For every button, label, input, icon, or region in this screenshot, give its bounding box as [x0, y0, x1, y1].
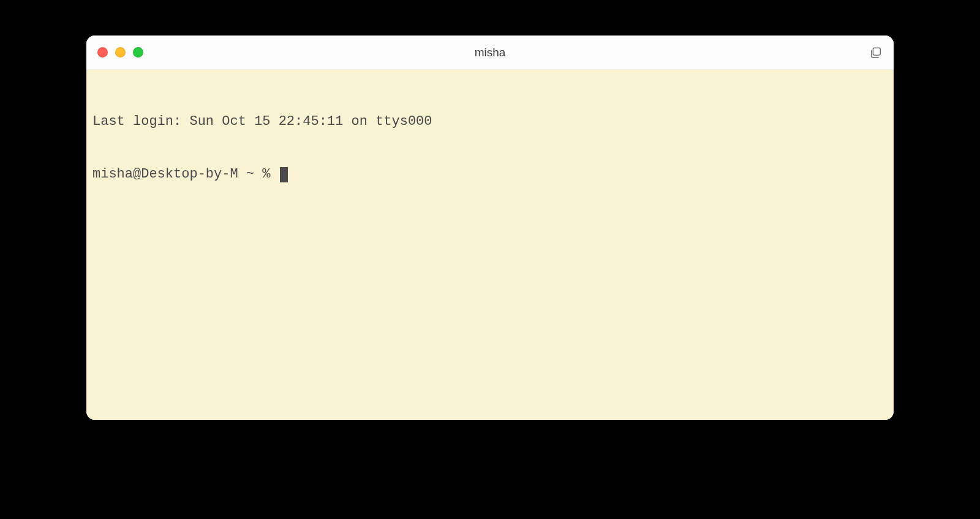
close-button[interactable]	[97, 47, 108, 58]
minimize-button[interactable]	[115, 47, 126, 58]
last-login-line: Last login: Sun Oct 15 22:45:11 on ttys0…	[92, 113, 888, 131]
maximize-button[interactable]	[133, 47, 143, 58]
terminal-body[interactable]: Last login: Sun Oct 15 22:45:11 on ttys0…	[86, 70, 894, 420]
titlebar-right	[869, 46, 883, 59]
terminal-window: misha Last login: Sun Oct 15 22:45:11 on…	[86, 35, 894, 420]
traffic-lights	[97, 47, 143, 58]
titlebar[interactable]: misha	[86, 35, 894, 70]
svg-rect-0	[873, 48, 880, 55]
window-title: misha	[475, 46, 506, 59]
prompt-text: misha@Desktop-by-M ~ %	[92, 166, 279, 184]
prompt-line: misha@Desktop-by-M ~ %	[92, 166, 888, 184]
cursor-icon	[280, 167, 288, 182]
new-tab-icon[interactable]	[869, 46, 883, 59]
